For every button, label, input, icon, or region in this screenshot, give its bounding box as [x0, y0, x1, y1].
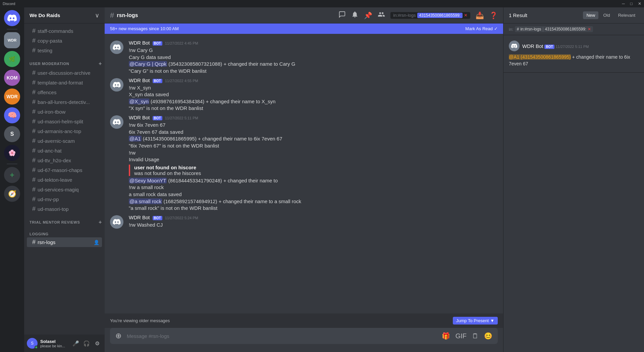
search-clear-icon[interactable]: ✕ — [464, 13, 468, 18]
help-icon[interactable]: ❓ — [489, 11, 498, 19]
server-name: We Do Raids — [30, 12, 60, 18]
channel-list: # staff-commands # copy-pasta # testing … — [24, 23, 105, 335]
server-header[interactable]: We Do Raids ∨ — [24, 7, 105, 23]
pin-icon[interactable]: 📌 — [364, 11, 372, 19]
server-icon-wdr2[interactable]: WDR — [4, 89, 20, 105]
search-filter-buttons: New Old Relevant — [583, 11, 639, 19]
gif-btn[interactable]: GIF — [455, 332, 467, 340]
message-line-3-6: Invalid Usage — [129, 156, 498, 163]
server-icon-wdr[interactable]: WDR — [4, 32, 20, 48]
channel-item-ud-masori-top[interactable]: # ud-masori-top — [27, 204, 102, 214]
chevron-down-icon: ▼ — [490, 318, 494, 323]
channel-item-user-discussion[interactable]: # user-discussion-archive — [27, 68, 102, 78]
new-messages-text: 58+ new messages since 10:00 AM — [110, 26, 179, 31]
threads-icon[interactable] — [338, 11, 346, 20]
channel-item-ud-tekton[interactable]: # ud-tekton-leave — [27, 175, 102, 185]
add-server-btn[interactable]: + — [4, 167, 20, 183]
sticker-btn[interactable]: 🗒 — [472, 332, 479, 340]
channel-item-ud-iron-tbow[interactable]: # ud-iron-tbow — [27, 107, 102, 117]
server-icon-genshin[interactable]: 🌸 — [4, 145, 20, 161]
message-line-3-4: "6ix 7even 67" is not on the WDR banlist — [129, 142, 498, 150]
gift-btn[interactable]: 🎁 — [442, 332, 450, 340]
search-filter-old[interactable]: Old — [600, 11, 613, 19]
bot-badge-2: BOT — [153, 79, 162, 83]
channel-item-ud-ttv[interactable]: # ud-ttv_h2o-dex — [27, 156, 102, 165]
close-btn[interactable]: ✕ — [638, 1, 641, 6]
channel-item-staff-commands[interactable]: # staff-commands — [27, 26, 102, 36]
channel-item-ud-services[interactable]: # ud-services-magiq — [27, 185, 102, 194]
search-panel: 1 Result New Old Relevant in: # in:#rsn-… — [503, 7, 644, 352]
user-name: Solasel — [40, 339, 68, 344]
server-icon-brain[interactable]: 🧠 — [4, 107, 20, 123]
notifications-icon[interactable] — [351, 11, 359, 20]
bot-badge-1: BOT — [153, 41, 162, 46]
channel-item-ud-anc-hat[interactable]: # ud-anc-hat — [27, 146, 102, 156]
attach-file-btn[interactable]: ⊕ — [115, 332, 121, 340]
search-result-timestamp: 11/27/2022 5:11 PM — [555, 45, 589, 49]
user-info: Solasel please be kin... — [40, 339, 68, 348]
settings-btn[interactable]: ⚙ — [93, 339, 102, 348]
hash-icon: # — [32, 206, 36, 213]
message-line-2-4: "X syn" is not on the WDR banlist — [129, 105, 498, 112]
search-in-badge: # in:#rsn-logs | 431543500861865599: ✕ — [515, 26, 593, 32]
channel-item-template[interactable]: # template-and-format — [27, 78, 102, 87]
mention-1: @Cary G | Qcpk — [129, 61, 167, 67]
category-user-moderation[interactable]: USER MODERATION + — [24, 55, 105, 68]
message-line-3-7: @Sexy MoonYT (861844453341790248) + chan… — [129, 177, 498, 184]
user-status-dot — [35, 346, 38, 349]
server-icon-g[interactable]: 🌿 — [4, 51, 20, 67]
hash-icon-small: # — [517, 27, 519, 32]
channel-item-ban-lurers[interactable]: # ban-all-lurers-detectiv... — [27, 97, 102, 107]
headphones-btn[interactable]: 🎧 — [82, 339, 91, 348]
minimize-btn[interactable]: ─ — [622, 1, 625, 6]
search-in-clear-icon[interactable]: ✕ — [588, 27, 591, 32]
explore-servers-btn[interactable]: 🧭 — [4, 186, 20, 202]
bot-avatar-3 — [110, 115, 123, 129]
category-logging[interactable]: LOGGING — [24, 227, 105, 237]
new-messages-banner[interactable]: 58+ new messages since 10:00 AM Mark As … — [105, 23, 503, 34]
message-timestamp-1: 11/27/2022 4:45 PM — [165, 41, 198, 45]
category-trial-mentor[interactable]: TRIAL MENTOR REVIEWS + — [24, 214, 105, 227]
hash-icon: # — [32, 147, 36, 154]
message-line-1-3: @Cary G | Qcpk (354323085807321088) + ch… — [129, 61, 498, 68]
microphone-btn[interactable]: 🎤 — [71, 339, 80, 348]
channel-item-ud-67-masori[interactable]: # ud-67-masori-chaps — [27, 165, 102, 175]
members-icon[interactable] — [378, 11, 385, 20]
channel-item-copy-pasta[interactable]: # copy-pasta — [27, 36, 102, 46]
channel-item-rsn-logs[interactable]: # rsn-logs 👤 — [27, 237, 102, 247]
category-add-trial-icon[interactable]: + — [99, 219, 102, 225]
message-line-1-1: !rw Cary G — [129, 47, 498, 54]
mark-as-read-btn[interactable]: Mark As Read ✓ — [465, 26, 498, 31]
server-icon-s[interactable]: S — [4, 126, 20, 142]
emoji-btn[interactable]: 😊 — [484, 332, 492, 340]
message-input-box: ⊕ Message #rsn-logs 🎁 GIF 🗒 😊 — [110, 328, 498, 344]
discord-home-btn[interactable] — [4, 10, 20, 26]
channel-item-ud-armanis[interactable]: # ud-armanis-anc-top — [27, 126, 102, 136]
channel-item-testing[interactable]: # testing — [27, 46, 102, 55]
channel-item-ud-avernic[interactable]: # ud-avernic-scam — [27, 136, 102, 146]
user-controls: 🎤 🎧 ⚙ — [71, 339, 102, 348]
search-box[interactable]: in:#rsn-logs 431543500861865599: ✕ — [390, 12, 470, 19]
bot-avatar-4 — [110, 215, 123, 229]
jump-to-present-btn[interactable]: Jump To Present ▼ — [453, 317, 498, 325]
search-filter-relevant[interactable]: Relevant — [615, 11, 639, 19]
inbox-icon[interactable]: 📥 — [476, 11, 484, 19]
hash-icon: # — [32, 196, 36, 203]
message-header-3: WDR Bot BOT 11/27/2022 5:11 PM — [129, 115, 498, 120]
maximize-btn[interactable]: □ — [630, 1, 633, 6]
category-add-icon[interactable]: + — [99, 61, 102, 67]
category-label: USER MODERATION — [30, 62, 69, 66]
search-result-item: WDR Bot BOT 11/27/2022 5:11 PM @A1 (4315… — [503, 35, 644, 73]
server-icon-kom[interactable]: KOM — [4, 70, 20, 86]
message-input-container: ⊕ Message #rsn-logs 🎁 GIF 🗒 😊 — [105, 328, 503, 352]
search-filter-new[interactable]: New — [583, 11, 598, 19]
mention-a1: @A1 — [129, 136, 142, 141]
hash-icon: # — [32, 47, 36, 54]
bot-badge-3: BOT — [153, 116, 162, 120]
category-label-logging: LOGGING — [30, 232, 49, 236]
channel-item-ud-mv-pp[interactable]: # ud-mv-pp — [27, 194, 102, 204]
channel-item-offences[interactable]: # offences — [27, 87, 102, 97]
channel-item-ud-masori-helm[interactable]: # ud-masori-helm-split — [27, 117, 102, 126]
message-line-3-5: !rw — [129, 150, 498, 157]
message-input-field[interactable]: Message #rsn-logs — [127, 333, 436, 339]
